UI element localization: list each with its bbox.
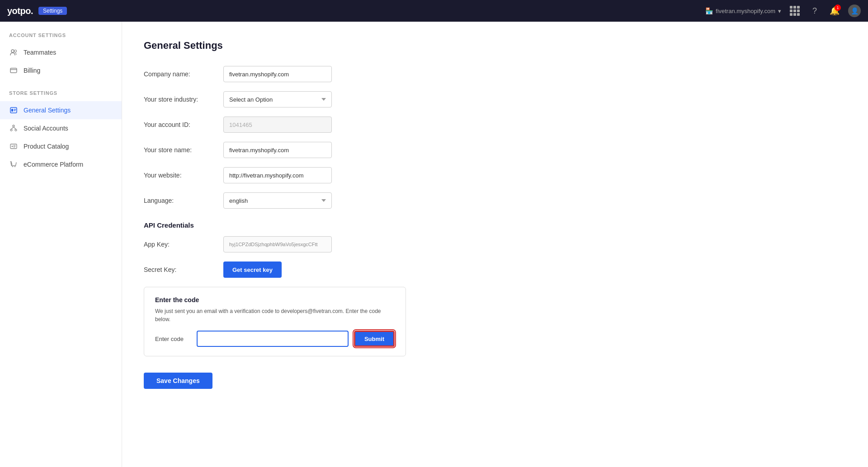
store-icon: 🏪 (705, 7, 713, 14)
code-box-description: We just sent you an email with a verific… (155, 307, 395, 323)
social-accounts-label: Social Accounts (24, 125, 68, 132)
avatar-icon: 👤 (851, 7, 859, 14)
store-settings-label: STORE SETTINGS (0, 90, 122, 101)
sidebar-item-teammates[interactable]: Teammates (0, 43, 122, 61)
company-name-row: Company name: (144, 66, 846, 82)
language-row: Language: english (144, 192, 846, 209)
get-secret-key-button[interactable]: Get secret key (223, 262, 282, 278)
sidebar: ACCOUNT SETTINGS Teammates Billing STORE… (0, 22, 122, 467)
sidebar-item-social-accounts[interactable]: Social Accounts (0, 119, 122, 137)
account-id-label: Your account ID: (144, 121, 216, 128)
social-accounts-icon (9, 124, 18, 133)
secret-key-label: Secret Key: (144, 266, 216, 273)
sidebar-item-general-settings[interactable]: General Settings (0, 101, 122, 119)
store-selector[interactable]: 🏪 fivetran.myshopify.com ▾ (705, 7, 781, 14)
app-key-row: App Key: (144, 236, 846, 252)
language-label: Language: (144, 197, 216, 204)
sidebar-item-product-catalog[interactable]: Product Catalog (0, 137, 122, 155)
billing-icon (9, 66, 18, 75)
save-changes-button[interactable]: Save Changes (144, 373, 212, 389)
account-id-input[interactable] (223, 117, 332, 133)
sidebar-item-billing[interactable]: Billing (0, 61, 122, 79)
help-icon[interactable]: ? (808, 5, 821, 17)
svg-point-0 (11, 50, 14, 52)
svg-rect-2 (10, 68, 17, 73)
notifications-icon[interactable]: 🔔 1 (828, 5, 841, 17)
top-navigation: yotpo. Settings 🏪 fivetran.myshopify.com… (0, 0, 868, 22)
account-settings-label: ACCOUNT SETTINGS (0, 33, 122, 43)
svg-point-9 (12, 146, 13, 147)
enter-code-label: Enter code (155, 336, 191, 342)
secret-key-row: Secret Key: Get secret key (144, 262, 846, 278)
yotpo-logo: yotpo. (7, 6, 33, 16)
website-row: Your website: (144, 167, 846, 183)
company-name-label: Company name: (144, 70, 216, 78)
svg-point-6 (10, 129, 12, 131)
ecommerce-platform-label: eCommerce Platform (24, 161, 83, 168)
store-industry-select[interactable]: Select an Option (223, 91, 332, 107)
svg-point-5 (13, 125, 14, 127)
store-name-label: Your store name: (144, 146, 216, 154)
account-id-row: Your account ID: (144, 117, 846, 133)
submit-button[interactable]: Submit (354, 331, 395, 347)
billing-label: Billing (24, 67, 40, 74)
code-box-title: Enter the code (155, 296, 395, 304)
svg-point-11 (14, 166, 15, 167)
settings-badge: Settings (38, 7, 67, 15)
store-dropdown-chevron: ▾ (778, 8, 781, 14)
enter-code-box: Enter the code We just sent you an email… (144, 287, 406, 356)
api-credentials-title: API Credentials (144, 221, 846, 229)
main-layout: ACCOUNT SETTINGS Teammates Billing STORE… (0, 22, 868, 467)
store-industry-row: Your store industry: Select an Option (144, 91, 846, 107)
app-key-input[interactable] (223, 236, 332, 252)
website-label: Your website: (144, 172, 216, 179)
store-name-label: fivetran.myshopify.com (716, 8, 775, 14)
product-catalog-label: Product Catalog (24, 143, 69, 150)
teammates-icon (9, 48, 18, 57)
svg-rect-4 (11, 109, 13, 112)
store-industry-label: Your store industry: (144, 96, 216, 103)
svg-point-7 (15, 129, 17, 131)
code-box-row: Enter code Submit (155, 331, 395, 347)
language-select[interactable]: english (223, 192, 332, 209)
store-name-input[interactable] (223, 142, 332, 158)
main-content: General Settings Company name: Your stor… (122, 22, 868, 467)
store-name-row: Your store name: (144, 142, 846, 158)
code-input[interactable] (197, 331, 349, 347)
general-settings-icon (9, 106, 18, 115)
svg-point-10 (12, 166, 13, 167)
ecommerce-platform-icon (9, 160, 18, 169)
topnav-right: 🏪 fivetran.myshopify.com ▾ ? 🔔 1 👤 (705, 5, 861, 17)
sidebar-item-ecommerce-platform[interactable]: eCommerce Platform (0, 155, 122, 173)
grid-apps-icon[interactable] (788, 5, 801, 17)
website-input[interactable] (223, 167, 332, 183)
app-key-label: App Key: (144, 241, 216, 248)
page-title: General Settings (144, 40, 846, 51)
topnav-left: yotpo. Settings (7, 6, 67, 16)
user-avatar[interactable]: 👤 (848, 5, 861, 17)
teammates-label: Teammates (24, 49, 56, 56)
company-name-input[interactable] (223, 66, 332, 82)
svg-point-1 (14, 50, 17, 52)
product-catalog-icon (9, 142, 18, 151)
notification-count: 1 (835, 5, 841, 11)
general-settings-label: General Settings (24, 107, 71, 114)
